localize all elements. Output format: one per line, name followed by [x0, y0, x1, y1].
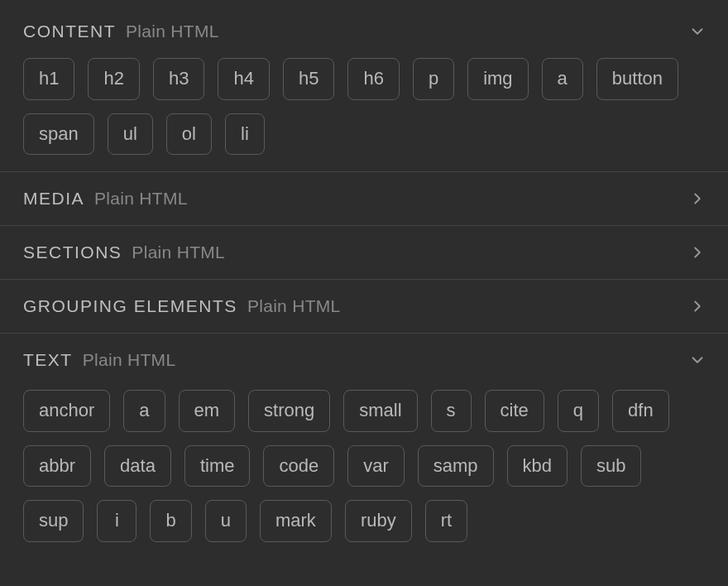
section-subtitle: Plain HTML — [83, 350, 176, 370]
section-header-grouping[interactable]: GROUPING ELEMENTS Plain HTML — [0, 280, 728, 333]
tag-abbr[interactable]: abbr — [23, 445, 91, 488]
tag-q[interactable]: q — [558, 390, 599, 432]
section-body-text: anchor a em strong small s cite q dfn ab… — [0, 387, 728, 555]
tag-h5[interactable]: h5 — [283, 58, 334, 100]
tag-ol[interactable]: ol — [166, 113, 212, 156]
tag-button[interactable]: button — [596, 58, 678, 100]
tag-mark[interactable]: mark — [260, 500, 332, 542]
tag-time[interactable]: time — [184, 445, 251, 488]
section-grouping: GROUPING ELEMENTS Plain HTML — [0, 280, 728, 334]
tag-h3[interactable]: h3 — [153, 58, 204, 100]
section-subtitle: Plain HTML — [132, 243, 225, 262]
tag-em[interactable]: em — [179, 390, 236, 432]
section-subtitle: Plain HTML — [94, 189, 188, 209]
section-title: CONTENT — [23, 22, 116, 41]
tag-li[interactable]: li — [225, 113, 265, 156]
tag-kbd[interactable]: kbd — [507, 445, 568, 488]
section-sections: SECTIONS Plain HTML — [0, 226, 728, 280]
tag-h6[interactable]: h6 — [347, 58, 399, 100]
tag-cite[interactable]: cite — [485, 390, 544, 432]
section-title: TEXT — [23, 350, 73, 370]
tag-span[interactable]: span — [23, 113, 94, 156]
tag-i[interactable]: i — [97, 500, 136, 542]
tag-h4[interactable]: h4 — [218, 58, 269, 100]
tag-ruby[interactable]: ruby — [345, 500, 412, 542]
element-picker-panel: CONTENT Plain HTML h1 h2 h3 h4 h5 h6 p i… — [0, 0, 728, 555]
section-header-content[interactable]: CONTENT Plain HTML — [0, 0, 728, 55]
chevron-down-icon — [688, 351, 706, 369]
tag-img[interactable]: img — [467, 58, 528, 100]
chevron-right-icon — [688, 190, 706, 208]
tag-u[interactable]: u — [205, 500, 247, 542]
chevron-right-icon — [688, 243, 706, 262]
tag-sub[interactable]: sub — [581, 445, 641, 488]
section-content: CONTENT Plain HTML h1 h2 h3 h4 h5 h6 p i… — [0, 0, 728, 172]
tag-samp[interactable]: samp — [418, 445, 494, 488]
tag-ul[interactable]: ul — [108, 113, 153, 156]
section-subtitle: Plain HTML — [247, 296, 341, 316]
section-title: SECTIONS — [23, 243, 122, 262]
tag-b[interactable]: b — [150, 500, 191, 542]
tag-a[interactable]: a — [123, 390, 165, 432]
section-subtitle: Plain HTML — [126, 22, 219, 41]
chevron-down-icon — [688, 22, 706, 41]
tag-rt[interactable]: rt — [425, 500, 467, 542]
tag-a[interactable]: a — [542, 58, 583, 100]
section-title: GROUPING ELEMENTS — [23, 296, 237, 316]
tag-code[interactable]: code — [263, 445, 334, 488]
tag-s[interactable]: s — [431, 390, 472, 432]
tag-dfn[interactable]: dfn — [612, 390, 669, 432]
section-header-media[interactable]: MEDIA Plain HTML — [0, 172, 728, 225]
tag-p[interactable]: p — [413, 58, 454, 100]
tag-data[interactable]: data — [104, 445, 171, 488]
section-header-sections[interactable]: SECTIONS Plain HTML — [0, 226, 728, 279]
tag-h2[interactable]: h2 — [88, 58, 139, 100]
section-body-content: h1 h2 h3 h4 h5 h6 p img a button span ul… — [0, 55, 728, 171]
section-title: MEDIA — [23, 189, 84, 209]
tag-var[interactable]: var — [347, 445, 405, 488]
tag-h1[interactable]: h1 — [23, 58, 74, 100]
tag-strong[interactable]: strong — [248, 390, 330, 432]
section-text: TEXT Plain HTML anchor a em strong small… — [0, 334, 728, 555]
section-header-text[interactable]: TEXT Plain HTML — [0, 334, 728, 387]
tag-anchor[interactable]: anchor — [23, 390, 110, 432]
chevron-right-icon — [688, 297, 706, 315]
tag-sup[interactable]: sup — [23, 500, 84, 542]
tag-small[interactable]: small — [343, 390, 417, 432]
section-media: MEDIA Plain HTML — [0, 172, 728, 226]
